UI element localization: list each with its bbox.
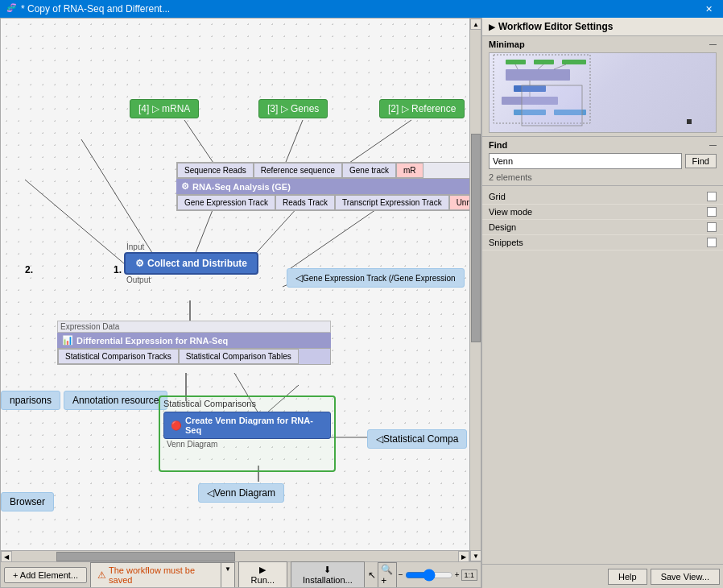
create-venn-label: Create Venn Diagram for RNA-Seq (185, 416, 324, 435)
svg-rect-16 (506, 60, 526, 64)
rna-seq-icon: ⚙ (181, 181, 189, 192)
window-title: * Copy of RNA-Seq and Different... (21, 3, 701, 14)
h-scrollbar[interactable]: ◀ ▶ (1, 550, 469, 561)
settings-row-snippets[interactable]: Snippets (482, 235, 723, 251)
genes-node[interactable]: [3] ▷ Genes (258, 99, 328, 118)
stat-compa-node[interactable]: ◁ Statistical Compa (367, 429, 467, 449)
collect-label: ⚙ Collect and Distribute (124, 252, 258, 275)
viewmode-checkbox[interactable] (707, 207, 717, 217)
v-scroll-thumb[interactable] (471, 134, 481, 342)
settings-row-design[interactable]: Design (482, 220, 723, 235)
design-checkbox[interactable] (707, 222, 717, 232)
mrna-label: [4] ▷ mRNA (130, 99, 199, 118)
grid-checkbox[interactable] (707, 192, 717, 201)
label-2: 2. (25, 264, 33, 275)
v-scrollbar[interactable]: ▲ ▼ (469, 19, 481, 561)
minimap-section: Minimap — (482, 36, 723, 137)
stat-comp-group: Statistical Comparisons 🔴 Create Venn Di… (159, 395, 336, 472)
right-panel-spacer (482, 254, 723, 564)
minimap-collapse-btn[interactable]: — (709, 40, 717, 48)
zoom-plus: + (455, 570, 460, 579)
find-button[interactable]: Find (685, 154, 717, 168)
warning-dropdown-arrow[interactable]: ▼ (221, 562, 235, 588)
warning-area[interactable]: ⚠ The workflow must be saved (90, 562, 221, 588)
minimap-svg (490, 53, 716, 132)
reference-node[interactable]: [2] ▷ Reference (379, 99, 465, 118)
settings-row-grid[interactable]: Grid (482, 189, 723, 205)
stat-comp-tables-port[interactable]: Statistical Comparison Tables (179, 349, 299, 364)
mr-port[interactable]: mR (396, 163, 423, 178)
viewmode-label: View mode (489, 207, 707, 217)
find-section: Find — Find 2 elements (482, 137, 723, 186)
svg-line-24 (515, 64, 518, 69)
venn-final-label: ◁ Venn Diagram (198, 483, 284, 503)
collect-icon: ⚙ (135, 258, 144, 269)
find-collapse-btn[interactable]: — (709, 141, 717, 149)
scroll-left-btn[interactable]: ◀ (1, 551, 12, 562)
svg-rect-30 (522, 85, 582, 126)
seq-reads-port[interactable]: Sequence Reads (177, 163, 254, 178)
scroll-up-btn[interactable]: ▲ (470, 19, 481, 30)
h-scroll-thumb[interactable] (56, 552, 235, 561)
stat-comp-group-label: Statistical Comparisons (160, 397, 334, 410)
ref-seq-port[interactable]: Reference sequence (254, 163, 342, 178)
settings-row-viewmode[interactable]: View mode (482, 205, 723, 220)
workflow-panel: [4] ▷ mRNA [3] ▷ Genes [2] ▷ Reference S… (0, 18, 481, 588)
expr-data-label: Expression Data (57, 321, 331, 333)
mrna-node[interactable]: [4] ▷ mRNA (130, 99, 199, 118)
run-button[interactable]: ▶ Run... (238, 561, 287, 588)
genes-label: [3] ▷ Genes (258, 99, 328, 118)
help-button[interactable]: Help (608, 569, 647, 585)
scroll-down-btn[interactable]: ▼ (470, 550, 481, 561)
gene-expr-port[interactable]: Gene Expression Track (177, 195, 275, 210)
panel-title: Workflow Editor Settings (498, 21, 613, 32)
zoom-plus-icon[interactable]: 🔍+ (378, 562, 397, 588)
scroll-right-btn[interactable]: ▶ (458, 551, 469, 562)
app-icon: 🧬 (6, 3, 18, 14)
collect-node[interactable]: Input ⚙ Collect and Distribute Output (124, 242, 258, 285)
gene-expr-out-node[interactable]: ◁ Gene Expression Track (/Gene Expressio… (287, 268, 465, 288)
snippets-checkbox[interactable] (707, 238, 717, 247)
find-title: Find — (489, 140, 717, 150)
find-row: Find (489, 153, 717, 169)
save-view-button[interactable]: Save View... (651, 569, 720, 585)
venn-icon: 🔴 (171, 420, 182, 431)
diff-expr-box[interactable]: Expression Data 📊 Differential Expressio… (57, 321, 331, 365)
find-result: 2 elements (489, 172, 717, 182)
zoom-fit-btn[interactable]: 1:1 (461, 569, 478, 581)
zoom-slider[interactable] (405, 570, 453, 580)
reads-track-port[interactable]: Reads Track (275, 195, 335, 210)
snippets-label: Snippets (489, 238, 707, 247)
create-venn-node[interactable]: 🔴 Create Venn Diagram for RNA-Seq Venn D… (163, 412, 331, 449)
warning-text: The workflow must be saved (109, 565, 214, 585)
add-element-button[interactable]: + Add Element... (4, 567, 87, 583)
rna-seq-label: RNA-Seq Analysis (GE) (192, 182, 291, 192)
settings-section: Grid View mode Design Snippets (482, 186, 723, 254)
right-panel: ▶ Workflow Editor Settings Minimap — (481, 18, 723, 588)
diff-expr-label: Differential Expression for RNA-Seq (76, 336, 228, 346)
installation-button[interactable]: ⬇ Installation... (291, 561, 366, 588)
design-label: Design (489, 222, 707, 232)
nparisons-node[interactable]: nparisons (1, 391, 60, 410)
minimap-container[interactable] (489, 52, 717, 133)
label-1: 1. (114, 264, 122, 275)
svg-line-26 (554, 64, 566, 69)
transcript-port[interactable]: Transcript Expression Track (335, 195, 449, 210)
venn-final-node[interactable]: ◁ Venn Diagram (198, 483, 284, 503)
panel-header: ▶ Workflow Editor Settings (482, 18, 723, 36)
svg-rect-17 (534, 60, 554, 64)
browser-node[interactable]: Browser (1, 492, 54, 511)
rna-seq-box[interactable]: Sequence Reads Reference sequence Gene t… (176, 162, 481, 211)
stat-comp-tracks-port[interactable]: Statistical Comparison Tracks (58, 349, 179, 364)
gene-track-port[interactable]: Gene track (342, 163, 396, 178)
close-button[interactable]: ✕ (701, 2, 717, 16)
bottom-bar: Help Save View... (482, 564, 723, 588)
canvas-area[interactable]: [4] ▷ mRNA [3] ▷ Genes [2] ▷ Reference S… (1, 19, 481, 587)
diff-expr-icon: 📊 (62, 335, 73, 346)
content-area: [4] ▷ mRNA [3] ▷ Genes [2] ▷ Reference S… (0, 18, 723, 588)
zoom-minus: − (399, 570, 403, 579)
grid-label: Grid (489, 192, 707, 201)
find-input[interactable] (489, 153, 682, 169)
canvas-toolbar: + Add Element... ⚠ The workflow must be … (1, 561, 481, 587)
annotation-node[interactable]: Annotation resource (64, 391, 167, 410)
